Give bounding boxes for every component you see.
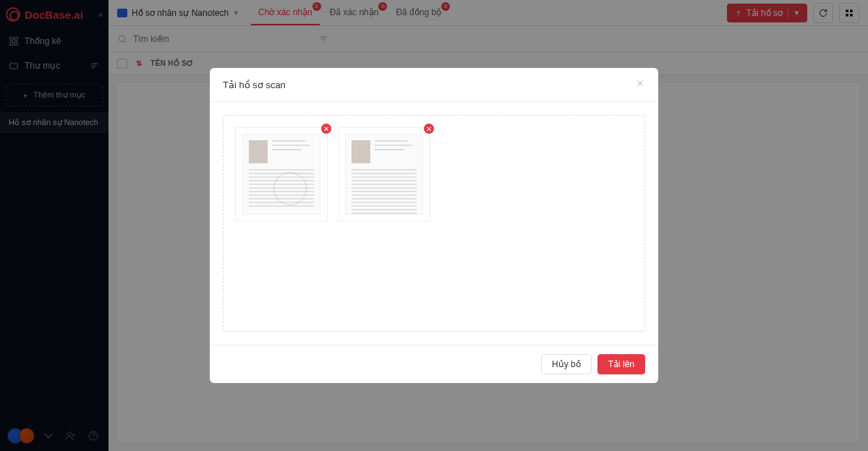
file-thumbnail[interactable]: ✕ bbox=[235, 127, 328, 221]
modal-overlay[interactable]: Tải hồ sơ scan ✕ ✕ bbox=[0, 0, 868, 451]
document-preview bbox=[345, 134, 423, 215]
confirm-upload-button[interactable]: Tải lên bbox=[597, 354, 645, 374]
modal-body: ✕ ✕ bbox=[210, 102, 658, 345]
document-preview bbox=[242, 134, 320, 215]
close-icon bbox=[635, 78, 645, 88]
modal-header: Tải hồ sơ scan bbox=[210, 68, 658, 102]
remove-file-button[interactable]: ✕ bbox=[423, 123, 435, 134]
cancel-label: Hủy bỏ bbox=[552, 359, 581, 369]
dropzone[interactable]: ✕ ✕ bbox=[223, 115, 645, 332]
upload-modal: Tải hồ sơ scan ✕ ✕ bbox=[210, 68, 658, 383]
modal-title: Tải hồ sơ scan bbox=[223, 80, 286, 90]
confirm-label: Tải lên bbox=[608, 359, 634, 369]
cancel-button[interactable]: Hủy bỏ bbox=[541, 354, 592, 374]
modal-close-button[interactable] bbox=[635, 78, 645, 91]
modal-footer: Hủy bỏ Tải lên bbox=[210, 345, 658, 383]
file-thumbnail[interactable]: ✕ bbox=[338, 127, 430, 221]
remove-file-button[interactable]: ✕ bbox=[320, 123, 332, 134]
